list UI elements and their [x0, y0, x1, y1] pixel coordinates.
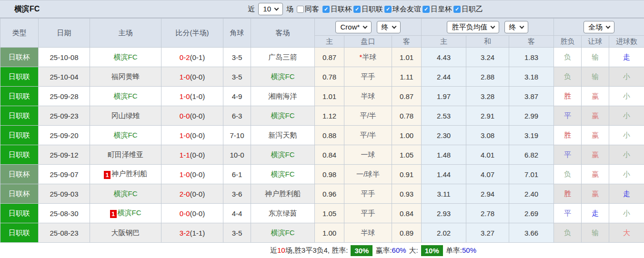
handicap-result-cell: 输 — [582, 48, 609, 67]
score-cell: 0-0(0-0) — [161, 106, 223, 126]
team-name-link[interactable]: 神户胜利船 — [111, 169, 147, 178]
league-filter-4[interactable]: 日皇杯 — [423, 5, 452, 14]
team-name-link[interactable]: 横滨FC — [114, 131, 138, 139]
avg-home-cell: 1.48 — [422, 145, 466, 165]
score-cell: 1-0(0-0) — [161, 67, 223, 87]
period-select-value: 全场 — [588, 23, 603, 31]
handicap-cell: 平手 — [344, 204, 392, 223]
checkbox-icon[interactable] — [297, 6, 304, 13]
away-team-cell: 东京绿茵 — [251, 204, 315, 223]
score-cell: 1-1(0-0) — [161, 145, 223, 165]
league-filter-label: 球会友谊 — [392, 5, 421, 14]
handicap-cell: 半球 — [344, 223, 392, 243]
team-name-link[interactable]: 横滨FC — [271, 111, 295, 119]
league-cell: 日职联 — [0, 204, 39, 223]
handicap-result-cell: 赢 — [582, 145, 609, 165]
team-name-link[interactable]: 东京绿茵 — [269, 209, 297, 217]
team-name-link[interactable]: 横滨FC — [118, 208, 141, 217]
team-name-link[interactable]: 横滨FC — [271, 72, 295, 80]
corner-cell: 3-5 — [223, 223, 251, 243]
table-row: 日职联25-09-23冈山绿雉0-0(0-0)6-3横滨FC1.12平/半0.7… — [0, 106, 644, 126]
unit-label: 场 — [286, 5, 293, 14]
corner-cell: 3-5 — [223, 48, 251, 67]
result-cell: 平 — [554, 204, 582, 223]
checkbox-icon[interactable] — [453, 6, 461, 13]
league-cell: 日职联 — [0, 87, 39, 106]
corner-cell: 3-5 — [223, 67, 251, 87]
checkbox-icon[interactable] — [423, 6, 430, 13]
team-name-link[interactable]: 横滨FC — [271, 170, 295, 178]
avg-away-cell: 2.99 — [509, 106, 554, 126]
recent-label: 近 — [248, 5, 255, 14]
league-filter-2[interactable]: 日职联 — [353, 5, 383, 14]
league-filter-3[interactable]: 球会友谊 — [384, 5, 421, 14]
sub-header-spread: 让球 — [582, 36, 609, 48]
odds-home-cell: 0.87 — [315, 48, 344, 67]
home-team-cell: 1横滨FC — [90, 204, 161, 223]
score-cell: 2-0(0-0) — [161, 184, 223, 204]
league-filter-5[interactable]: 日职乙 — [453, 5, 483, 14]
date-cell: 25-09-20 — [39, 126, 90, 145]
recent-count-select[interactable]: 10 — [258, 3, 283, 15]
checkbox-icon[interactable] — [384, 6, 392, 13]
team-name-link[interactable]: 新泻天鹅 — [269, 131, 297, 139]
odds-avg-select[interactable]: 胜平负均值 — [447, 21, 499, 33]
fulltime-score: 1-0 — [180, 73, 190, 81]
team-name-link[interactable]: 横滨FC — [271, 228, 295, 237]
handicap-result-cell: 输 — [582, 223, 609, 243]
avg-away-cell: 2.40 — [509, 184, 554, 204]
league-filter-1[interactable]: 日联杯 — [322, 5, 352, 14]
checkbox-icon[interactable] — [322, 6, 330, 13]
app-title: 横滨FC — [14, 4, 40, 14]
handicap-cell: 平手 — [344, 184, 392, 204]
summary-stats-text: 场,胜3平3负4, 胜率: — [285, 246, 348, 255]
odds-away-cell: 1.05 — [392, 145, 422, 165]
summary-near-label: 近 — [270, 246, 277, 255]
home-team-cell: 町田泽维亚 — [90, 145, 161, 165]
handicap-result-cell: 赢 — [582, 126, 609, 145]
league-cell: 日职联 — [0, 145, 39, 165]
rank-badge: 1 — [104, 171, 111, 179]
odds-avg-time-select[interactable]: 终 — [504, 21, 528, 33]
single-label: 单率: — [446, 246, 462, 255]
chevron-down-icon — [606, 24, 611, 29]
fulltime-score: 2-0 — [180, 190, 190, 198]
same-away-filter[interactable]: 同客 — [297, 5, 319, 14]
team-name-link[interactable]: 湘南海洋 — [269, 92, 297, 100]
away-team-cell: 广岛三箭 — [251, 48, 315, 67]
avg-home-cell: 1.44 — [422, 165, 466, 184]
team-name-link[interactable]: 广岛三箭 — [269, 53, 297, 61]
date-cell: 25-09-23 — [39, 106, 90, 126]
result-cell: 负 — [554, 48, 582, 67]
team-name-link[interactable]: 横滨FC — [114, 189, 138, 198]
halftime-score: (0-0) — [190, 131, 205, 139]
score-cell: 1-0(1-0) — [161, 87, 223, 106]
team-name-link[interactable]: 福冈黄蜂 — [111, 72, 140, 80]
live-asterisk: * — [360, 53, 362, 61]
col-header-away: 客场 — [251, 19, 315, 48]
league-filter-label: 日皇杯 — [431, 5, 452, 14]
team-name-link[interactable]: 横滨FC — [114, 92, 138, 100]
avg-draw-cell: 3.24 — [466, 48, 509, 67]
date-cell: 25-10-04 — [39, 67, 90, 87]
team-name-link[interactable]: 大阪钢巴 — [111, 228, 140, 237]
table-row: 日职联25-09-20横滨FC1-0(0-0)7-10新泻天鹅0.88平/半1.… — [0, 126, 644, 145]
checkbox-icon[interactable] — [353, 6, 361, 13]
table-row: 日联杯25-10-08横滨FC0-2(0-1)3-5广岛三箭0.87*半球1.0… — [0, 48, 644, 67]
bookmaker-time-select[interactable]: 终 — [377, 21, 401, 33]
team-name-link[interactable]: 神户胜利船 — [265, 189, 301, 198]
handicap-result-cell: 赢 — [582, 106, 609, 126]
team-name-link[interactable]: 冈山绿雉 — [111, 111, 140, 119]
team-name-link[interactable]: 横滨FC — [271, 150, 295, 159]
sub-header-avg-draw: 和 — [466, 36, 509, 48]
away-team-cell: 横滨FC — [251, 223, 315, 243]
team-name-link[interactable]: 町田泽维亚 — [108, 150, 143, 159]
team-name-link[interactable]: 横滨FC — [114, 53, 138, 61]
period-select[interactable]: 全场 — [584, 21, 614, 33]
goals-cell: 大 — [609, 223, 644, 243]
halftime-score: (1-1) — [190, 229, 205, 237]
away-team-cell: 神户胜利船 — [251, 184, 315, 204]
result-cell: 负 — [554, 165, 582, 184]
table-row: 日职联25-10-04福冈黄蜂1-0(0-0)3-5横滨FC0.78平手1.11… — [0, 67, 644, 87]
bookmaker-select[interactable]: Crow* — [335, 21, 372, 33]
